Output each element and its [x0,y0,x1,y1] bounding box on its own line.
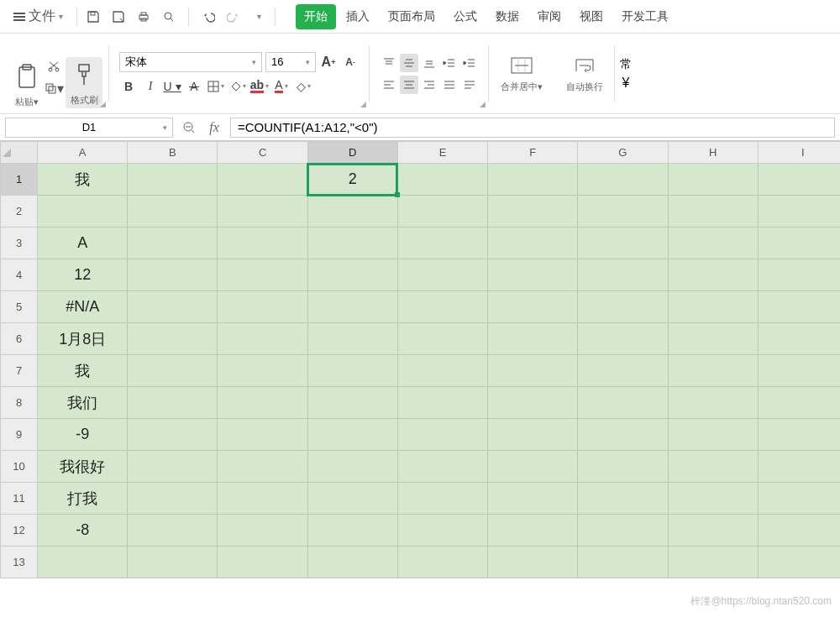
cell[interactable] [578,515,668,546]
cell[interactable] [758,259,840,291]
cell[interactable] [218,483,307,515]
cell[interactable] [758,227,840,259]
cell[interactable] [488,451,578,483]
tab-dev-tools[interactable]: 开发工具 [613,4,677,29]
cell[interactable] [578,451,668,483]
cell[interactable] [488,483,578,515]
cell[interactable] [38,546,128,578]
align-right-icon[interactable] [420,76,438,94]
spreadsheet-grid[interactable]: ABCDEFGHI 1我223A4125#N/A61月8日7我8我们9-910我… [0,141,840,617]
cell[interactable] [307,419,397,451]
cell[interactable] [397,387,487,419]
cell[interactable] [218,451,307,483]
cell[interactable] [218,515,307,546]
format-painter-button[interactable]: 格式刷 [66,57,102,108]
cell[interactable] [128,227,218,259]
cell[interactable]: 我 [38,355,128,387]
column-header[interactable]: E [397,142,487,164]
row-header[interactable]: 11 [1,483,38,515]
cell[interactable] [668,387,758,419]
cell[interactable] [578,483,668,515]
cell[interactable]: 1月8日 [38,323,128,355]
cell[interactable] [397,483,487,515]
cell[interactable] [218,419,307,451]
row-header[interactable]: 7 [1,355,38,387]
italic-icon[interactable]: I [141,77,160,96]
row-header[interactable]: 3 [1,227,38,259]
chevron-down-icon[interactable]: ▾ [249,8,268,26]
dialog-launcher-icon[interactable]: ◢ [360,100,366,108]
cell[interactable] [668,355,758,387]
cell[interactable] [668,259,758,291]
column-header[interactable]: D [307,142,397,164]
cell[interactable] [218,323,307,355]
dialog-launcher-icon[interactable]: ◢ [100,100,106,108]
cell[interactable] [758,419,840,451]
column-header[interactable]: G [578,142,668,164]
row-header[interactable]: 6 [1,323,38,355]
cell[interactable] [397,227,487,259]
print-preview-icon[interactable] [160,8,178,26]
cell[interactable] [397,419,487,451]
cell[interactable]: 我很好 [38,451,128,483]
file-menu[interactable]: 文件 ▾ [7,4,70,29]
cell[interactable] [488,419,578,451]
cell[interactable] [488,196,578,227]
cell[interactable] [128,355,218,387]
cell[interactable] [758,196,840,227]
highlight-color-icon[interactable]: ab [250,77,269,96]
cell[interactable] [307,451,397,483]
cell[interactable]: 我们 [38,387,128,419]
paste-button[interactable] [12,60,42,94]
column-header[interactable]: F [488,142,578,164]
cell[interactable] [668,291,758,323]
cell[interactable] [307,546,397,578]
cell[interactable] [578,546,668,578]
tab-page-layout[interactable]: 页面布局 [380,4,444,29]
cell[interactable] [128,323,218,355]
cell[interactable] [668,546,758,578]
cell[interactable]: A [38,227,128,259]
cell[interactable] [668,164,758,196]
cell[interactable] [758,164,840,196]
cell[interactable] [218,259,307,291]
distribute-icon[interactable] [460,76,479,94]
align-middle-icon[interactable] [400,54,418,72]
row-header[interactable]: 9 [1,419,38,451]
cell[interactable] [128,546,218,578]
cell[interactable] [397,291,487,323]
select-all-corner[interactable] [1,142,38,164]
increase-font-icon[interactable]: A+ [319,53,338,71]
cell[interactable] [307,323,397,355]
fx-icon[interactable]: fx [205,118,223,137]
dialog-launcher-icon[interactable]: ◢ [480,100,486,108]
cell[interactable] [488,164,578,196]
cell[interactable] [307,291,397,323]
row-header[interactable]: 10 [1,451,38,483]
strikethrough-icon[interactable]: A [185,77,203,96]
cell[interactable] [488,291,578,323]
cell[interactable] [218,355,307,387]
column-header[interactable]: B [128,142,218,164]
cell[interactable] [758,355,840,387]
bold-icon[interactable]: B [119,77,138,96]
currency-icon[interactable]: ¥ [622,76,630,91]
increase-indent-icon[interactable] [460,54,479,72]
underline-icon[interactable]: U ▾ [163,77,181,96]
cell[interactable] [488,546,578,578]
merge-center-icon[interactable] [510,54,533,77]
cell[interactable] [307,387,397,419]
cell[interactable] [397,451,487,483]
cell[interactable]: -8 [38,515,128,546]
cell[interactable] [758,483,840,515]
cell[interactable] [307,196,397,227]
cell[interactable] [578,196,668,227]
align-center-icon[interactable] [400,76,418,94]
align-bottom-icon[interactable] [420,54,438,72]
name-box[interactable]: D1 [5,118,173,138]
cell[interactable] [758,291,840,323]
cell[interactable] [668,451,758,483]
formula-input[interactable]: =COUNTIF(A1:A12,"<0") [230,118,835,138]
justify-icon[interactable] [440,76,459,94]
cell[interactable] [758,546,840,578]
